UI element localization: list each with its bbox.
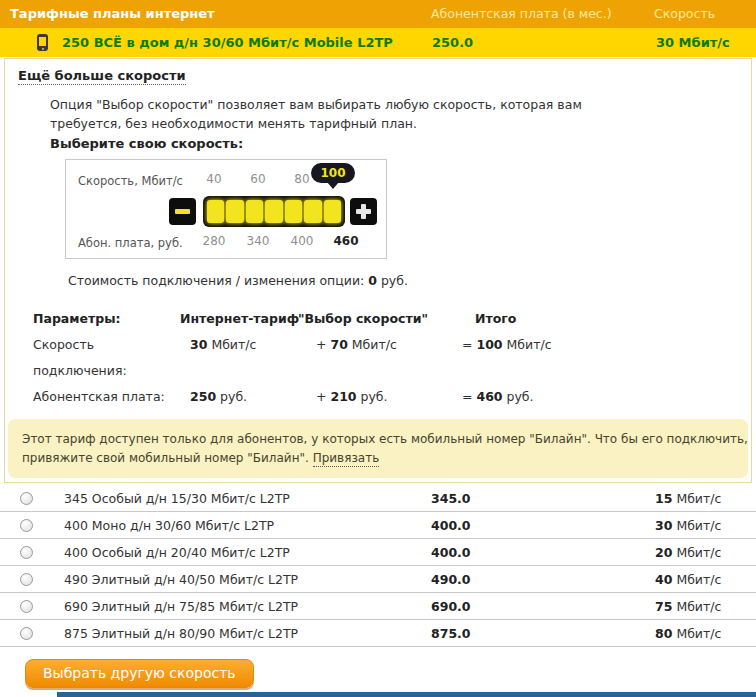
plan-name: 345 Особый д/н 15/30 Мбит/с L2TP xyxy=(64,485,290,512)
tariff-table-header: Тарифные планы интернет Абонентская плат… xyxy=(0,0,756,28)
plan-row[interactable]: 345 Особый д/н 15/30 Мбит/с L2TP 345.0 1… xyxy=(0,485,756,512)
connection-cost-label: Стоимость подключения / изменения опции: xyxy=(68,273,364,288)
plan-speed: 30 Мбит/с xyxy=(655,512,721,539)
radio-button[interactable] xyxy=(20,519,33,532)
connection-cost-unit: руб. xyxy=(381,273,408,288)
description-line-2: требуется, без необходимости менять тари… xyxy=(50,114,582,133)
alternative-plans-list: 345 Особый д/н 15/30 Мбит/с L2TP 345.0 1… xyxy=(0,485,756,647)
slider-speed-label: Скорость, Мбит/с xyxy=(78,174,183,188)
plan-row[interactable]: 400 Особый д/н 20/40 Мбит/с L2TP 400.0 2… xyxy=(0,539,756,566)
option-description: Опция "Выбор скорости" позволяет вам выб… xyxy=(50,95,582,133)
selected-plan-speed: 30 Мбит/с xyxy=(656,28,730,57)
params-header: Параметры: xyxy=(33,306,185,332)
plan-speed: 15 Мбит/с xyxy=(655,485,721,512)
params-cell: = 460 руб. xyxy=(457,384,587,410)
fee-tick-400: 400 xyxy=(284,234,320,248)
connection-cost-value: 0 xyxy=(368,273,377,288)
slider-fee-label: Абон. плата, руб. xyxy=(78,236,183,250)
params-header: Итого xyxy=(457,306,587,332)
plan-speed: 20 Мбит/с xyxy=(655,539,721,566)
notice-line-2: привяжите свой мобильный номер "Билайн".… xyxy=(22,449,734,468)
slider-segment xyxy=(304,200,321,223)
params-cell: = 100 Мбит/с xyxy=(457,332,587,384)
plan-speed: 75 Мбит/с xyxy=(655,593,721,620)
description-line-1: Опция "Выбор скорости" позволяет вам выб… xyxy=(50,95,582,114)
current-speed-bubble: 100 xyxy=(311,163,355,183)
speed-tick-40: 40 xyxy=(199,172,229,186)
params-header: Интернет-тариф xyxy=(180,306,311,332)
selected-plan-name: 250 ВСЁ в дом д/н 30/60 Мбит/с Mobile L2… xyxy=(62,28,393,57)
parameters-table: Параметры: Интернет-тариф "Выбор скорост… xyxy=(33,306,587,410)
params-cell: + 70 Мбит/с xyxy=(311,332,457,384)
params-cell: 250 руб. xyxy=(185,384,311,410)
plan-speed: 40 Мбит/с xyxy=(655,566,721,593)
connection-cost-line: Стоимость подключения / изменения опции:… xyxy=(68,273,408,288)
plan-fee: 400.0 xyxy=(431,512,471,539)
plan-speed: 80 Мбит/с xyxy=(655,620,721,647)
mobile-phone-icon xyxy=(37,34,48,51)
selected-plan-row[interactable]: 250 ВСЁ в дом д/н 30/60 Мбит/с Mobile L2… xyxy=(0,28,756,57)
selected-plan-fee: 250.0 xyxy=(432,28,473,57)
slider-segment xyxy=(226,200,243,223)
slider-segment xyxy=(324,200,341,223)
slider-segment xyxy=(285,200,302,223)
more-speed-toggle-link[interactable]: Ещё больше скорости xyxy=(18,68,186,85)
speed-option-panel: Ещё больше скорости Опция "Выбор скорост… xyxy=(4,58,752,483)
slider-segment xyxy=(265,200,282,223)
params-row-label: Скорость подключения: xyxy=(33,332,185,384)
speed-slider-widget: Скорость, Мбит/с 40 60 80 100 Абон. плат… xyxy=(65,159,387,259)
plan-row[interactable]: 690 Элитный д/н 75/85 Мбит/с L2TP 690.0 … xyxy=(0,593,756,620)
speed-slider-track[interactable] xyxy=(203,196,345,227)
radio-button[interactable] xyxy=(20,600,33,613)
current-fee-value: 460 xyxy=(328,234,364,248)
params-cell: 30 Мбит/с xyxy=(185,332,311,384)
bottom-footer-bar xyxy=(57,692,756,697)
table-title: Тарифные планы интернет xyxy=(10,0,215,28)
choose-other-speed-button[interactable]: Выбрать другую скорость xyxy=(25,659,254,688)
column-header-speed: Скорость xyxy=(654,0,715,28)
plus-icon xyxy=(361,204,366,219)
plan-row[interactable]: 400 Моно д/н 30/60 Мбит/с L2TP 400.0 30 … xyxy=(0,512,756,539)
bind-number-link[interactable]: Привязать xyxy=(313,451,380,467)
params-row-label: Абонентская плата: xyxy=(33,384,185,410)
plan-fee: 690.0 xyxy=(431,593,471,620)
plan-name: 400 Особый д/н 20/40 Мбит/с L2TP xyxy=(64,539,290,566)
radio-button[interactable] xyxy=(20,573,33,586)
plan-name: 690 Элитный д/н 75/85 Мбит/с L2TP xyxy=(64,593,298,620)
radio-button[interactable] xyxy=(20,627,33,640)
column-header-fee: Абонентская плата (в мес.) xyxy=(431,0,612,28)
plan-fee: 400.0 xyxy=(431,539,471,566)
radio-button[interactable] xyxy=(20,492,33,505)
speed-decrease-button[interactable] xyxy=(169,198,196,225)
plan-row[interactable]: 875 Элитный д/н 80/90 Мбит/с L2TP 875.0 … xyxy=(0,620,756,647)
plan-fee: 875.0 xyxy=(431,620,471,647)
params-cell: + 210 руб. xyxy=(311,384,457,410)
minus-icon xyxy=(175,209,190,214)
plan-name: 490 Элитный д/н 40/50 Мбит/с L2TP xyxy=(64,566,298,593)
fee-tick-340: 340 xyxy=(240,234,276,248)
plan-row[interactable]: 490 Элитный д/н 40/50 Мбит/с L2TP 490.0 … xyxy=(0,566,756,593)
radio-button[interactable] xyxy=(20,546,33,559)
notice-line-1: Этот тариф доступен только для абонентов… xyxy=(22,430,734,449)
plan-name: 400 Моно д/н 30/60 Мбит/с L2TP xyxy=(64,512,274,539)
plan-fee: 345.0 xyxy=(431,485,471,512)
slider-segment xyxy=(207,200,224,223)
plan-name: 875 Элитный д/н 80/90 Мбит/с L2TP xyxy=(64,620,298,647)
speed-tick-60: 60 xyxy=(243,172,273,186)
beeline-number-notice: Этот тариф доступен только для абонентов… xyxy=(8,419,748,478)
plan-fee: 490.0 xyxy=(431,566,471,593)
slider-segment xyxy=(246,200,263,223)
fee-tick-280: 280 xyxy=(196,234,232,248)
choose-speed-label: Выберите свою скорость: xyxy=(50,136,243,151)
speed-increase-button[interactable] xyxy=(350,198,377,225)
params-header: "Выбор скорости" xyxy=(298,306,457,332)
